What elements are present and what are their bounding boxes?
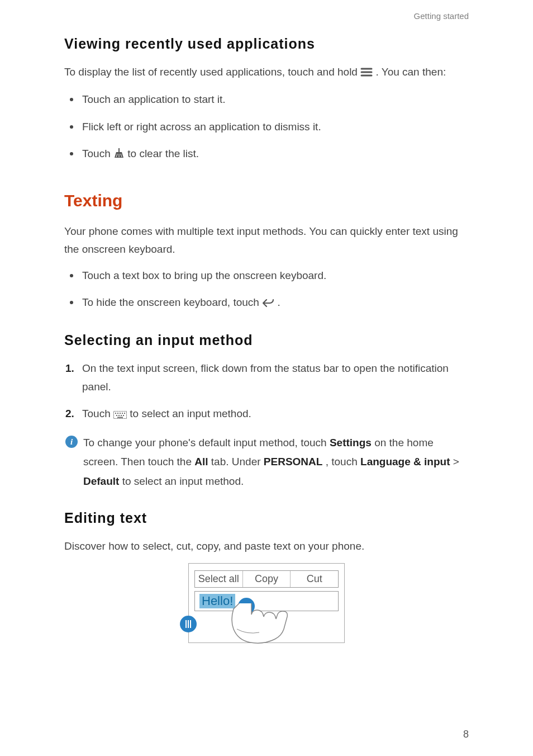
keyboard-icon <box>113 407 127 424</box>
text-fragment: tab. Under <box>211 456 264 467</box>
text-fragment: To display the list of recently used app… <box>64 66 360 78</box>
running-head: Getting started <box>414 11 469 21</box>
text-fragment: > <box>453 456 459 467</box>
svg-rect-17 <box>117 417 123 418</box>
info-note: i To change your phone's default input m… <box>65 433 469 491</box>
heading-editing-text: Editing text <box>64 510 469 526</box>
list-item: On the text input screen, flick down fro… <box>80 360 469 396</box>
svg-rect-12 <box>124 413 125 414</box>
svg-rect-3 <box>118 148 120 152</box>
text-fragment: to clear the list. <box>127 148 199 159</box>
steps-selecting-input: On the text input screen, flick down fro… <box>64 360 469 424</box>
list-item: Flick left or right across an applicatio… <box>80 118 469 136</box>
svg-rect-9 <box>117 413 118 414</box>
text-fragment: . You can then: <box>376 66 446 78</box>
text-fragment: Touch <box>82 408 113 419</box>
selection-handle-left[interactable] <box>180 616 197 632</box>
svg-rect-16 <box>123 415 124 416</box>
note-text: To change your phone's default input met… <box>83 433 469 491</box>
menu-copy[interactable]: Copy <box>243 571 291 587</box>
finger-pointer-icon <box>222 603 289 654</box>
text-fragment: to select an input method. <box>122 475 244 487</box>
text-fragment: To hide the onscreen keyboard, touch <box>82 296 262 308</box>
list-item: Touch a text box to bring up the onscree… <box>80 267 469 285</box>
bullet-list-recent-apps: Touch an application to start it. Flick … <box>64 91 469 164</box>
text-selection-popup: Select all Copy Cut Hello! <box>188 563 345 643</box>
bold-default: Default <box>83 475 119 487</box>
list-item: To hide the onscreen keyboard, touch . <box>80 294 469 313</box>
heading-texting: Texting <box>64 191 469 210</box>
svg-rect-10 <box>120 413 121 414</box>
list-item: Touch to select an input method. <box>80 405 469 424</box>
menu-icon <box>360 65 373 83</box>
context-menu: Select all Copy Cut <box>194 570 339 588</box>
text-fragment: To change your phone's default input met… <box>83 437 330 448</box>
svg-rect-11 <box>122 413 123 414</box>
menu-cut[interactable]: Cut <box>291 571 338 587</box>
heading-selecting-input-method: Selecting an input method <box>64 332 469 348</box>
bold-all: All <box>194 456 208 467</box>
paragraph-texting-intro: Your phone comes with multiple text inpu… <box>64 223 469 259</box>
list-item: Touch to clear the list. <box>80 145 469 164</box>
text-fragment: . <box>277 296 280 308</box>
paragraph-editing-intro: Discover how to select, cut, copy, and p… <box>64 537 469 555</box>
paragraph-intro-recent-apps: To display the list of recently used app… <box>64 63 469 83</box>
menu-select-all[interactable]: Select all <box>195 571 243 587</box>
svg-rect-14 <box>118 415 120 416</box>
list-item: Touch an application to start it. <box>80 91 469 108</box>
bold-settings: Settings <box>330 437 372 448</box>
back-icon <box>262 295 274 313</box>
page-number: 8 <box>463 729 469 740</box>
heading-viewing-recent-apps: Viewing recently used applications <box>64 36 469 52</box>
illustration-text-selection: Select all Copy Cut Hello! <box>64 563 469 643</box>
svg-rect-8 <box>115 413 116 414</box>
info-icon: i <box>65 436 78 448</box>
bullet-list-texting: Touch a text box to bring up the onscree… <box>64 267 469 314</box>
text-fragment: to select an input method. <box>130 408 251 419</box>
page: Getting started Viewing recently used ap… <box>0 0 533 756</box>
bold-language-input: Language & input <box>360 456 450 467</box>
text-fragment: Touch <box>82 148 113 159</box>
text-fragment: , touch <box>326 456 360 467</box>
broom-icon <box>113 147 125 164</box>
svg-rect-15 <box>121 415 122 416</box>
bold-personal: PERSONAL <box>264 456 323 467</box>
svg-rect-13 <box>116 415 117 416</box>
